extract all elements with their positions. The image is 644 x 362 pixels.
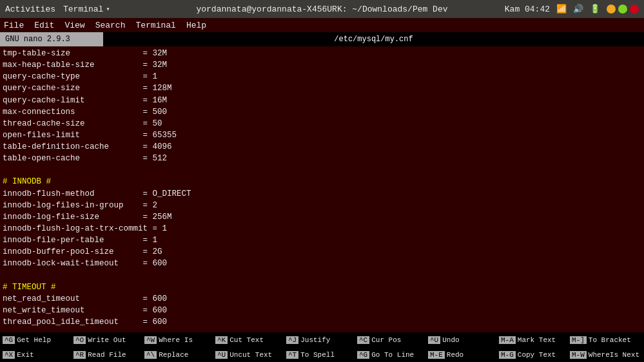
close-button[interactable] bbox=[630, 5, 639, 14]
editor-line: query-cache-type = 1 bbox=[3, 71, 641, 82]
shortcut-key: ^K bbox=[215, 336, 228, 344]
chevron-down-icon: ▾ bbox=[106, 5, 110, 13]
shortcut-label: Exit bbox=[17, 351, 34, 359]
shortcut-label: Uncut Text bbox=[229, 351, 272, 359]
nano-filepath: /etc/mysql/my.cnf bbox=[103, 35, 644, 44]
shortcut-key: M-] bbox=[570, 336, 587, 344]
editor-line: tmp-table-size = 32M bbox=[3, 48, 641, 59]
menu-view[interactable]: View bbox=[64, 21, 84, 30]
shortcut-label: Copy Text bbox=[518, 351, 556, 359]
shortcut-item[interactable]: ^WWhere Is bbox=[142, 332, 213, 347]
shortcut-label: Go To Line bbox=[371, 351, 414, 359]
editor-line: innodb-flush-method = O_DIRECT bbox=[3, 188, 641, 200]
window-controls bbox=[607, 5, 639, 14]
shortcut-label: Replace bbox=[159, 351, 188, 359]
shortcut-key: ^T bbox=[286, 351, 298, 359]
top-bar: Activities Terminal ▾ yordannata@yordann… bbox=[0, 0, 644, 18]
editor-line: innodb-file-per-table = 1 bbox=[3, 234, 641, 246]
editor-line: # TIMEOUT # bbox=[3, 281, 641, 293]
menu-help[interactable]: Help bbox=[186, 21, 206, 30]
window-title: yordannata@yordannata-X456URK: ~/Downloa… bbox=[196, 5, 447, 14]
shortcut-key: ^\ bbox=[144, 351, 157, 359]
nano-version: GNU nano 2.9.3 bbox=[0, 32, 103, 46]
editor-line: thread-cache-size = 50 bbox=[3, 118, 641, 129]
shortcut-label: WhereIs Next bbox=[589, 351, 639, 359]
shortcut-item[interactable]: ^\Replace bbox=[142, 347, 213, 362]
editor-line bbox=[3, 328, 641, 332]
shortcut-item[interactable]: M-]To Bracket bbox=[567, 332, 638, 347]
shortcut-item[interactable]: M-WWhereIs Next bbox=[567, 347, 642, 362]
shortcut-key: ^W bbox=[144, 336, 157, 344]
volume-icon: 🔊 bbox=[573, 4, 583, 14]
shortcut-label: Get Help bbox=[17, 336, 51, 344]
shortcut-item[interactable]: ^XExit bbox=[0, 347, 71, 362]
menu-search[interactable]: Search bbox=[95, 21, 126, 30]
shortcut-item[interactable]: ^UUndo bbox=[425, 332, 496, 347]
shortcut-key: M-W bbox=[570, 351, 587, 359]
editor-line: max-heap-table-size = 32M bbox=[3, 59, 641, 71]
menu-file[interactable]: File bbox=[4, 21, 24, 30]
shortcut-key: ^G bbox=[357, 351, 369, 359]
minimize-button[interactable] bbox=[607, 5, 616, 14]
shortcut-label: Undo bbox=[442, 336, 459, 344]
shortcut-label: Justify bbox=[300, 336, 330, 344]
editor-line: thread_pool_idle_timeout = 600 bbox=[3, 316, 641, 328]
shortcut-item[interactable]: ^GGet Help bbox=[0, 332, 71, 347]
shortcut-item[interactable]: M-AMark Text bbox=[496, 332, 567, 347]
shortcut-item[interactable]: ^CCur Pos bbox=[355, 332, 425, 347]
editor-line: net_read_timeout = 600 bbox=[3, 293, 641, 305]
shortcut-key: ^C bbox=[357, 336, 369, 344]
top-bar-right: Kam 04:42 📶 🔊 🔋 bbox=[505, 4, 639, 14]
editor-line: innodb-log-files-in-group = 2 bbox=[3, 200, 641, 211]
shortcut-item[interactable]: M-ERedo bbox=[425, 347, 496, 362]
editor-line: innodb-log-file-size = 256M bbox=[3, 211, 641, 223]
shortcut-key: M-E bbox=[428, 351, 445, 359]
editor-line: max-connections = 500 bbox=[3, 106, 641, 118]
shortcut-label: To Bracket bbox=[589, 336, 631, 344]
shortcut-key: ^U bbox=[428, 336, 440, 344]
shortcut-key: M-A bbox=[499, 336, 516, 344]
shortcut-key: M-G bbox=[499, 351, 516, 359]
shortcut-key: ^O bbox=[73, 336, 86, 344]
menu-terminal[interactable]: Terminal bbox=[135, 21, 175, 30]
top-bar-left: Activities Terminal ▾ bbox=[5, 5, 110, 14]
shortcut-item[interactable]: ^KCut Text bbox=[213, 332, 284, 347]
terminal-menu[interactable]: Terminal ▾ bbox=[63, 5, 110, 14]
shortcut-item[interactable]: ^RRead File bbox=[71, 347, 142, 362]
battery-icon: 🔋 bbox=[590, 4, 600, 14]
editor-line: innodb-flush-log-at-trx-commit = 1 bbox=[3, 223, 641, 234]
shortcut-label: Redo bbox=[447, 351, 463, 359]
shortcut-key: ^J bbox=[286, 336, 298, 344]
shortcut-key: ^X bbox=[3, 351, 15, 359]
shortcut-label: Write Out bbox=[88, 336, 126, 344]
editor-line: query-cache-limit = 16M bbox=[3, 95, 641, 106]
shortcut-label: Where Is bbox=[159, 336, 193, 344]
activities-button[interactable]: Activities bbox=[5, 5, 55, 14]
shortcut-label: To Spell bbox=[300, 351, 335, 359]
shortcut-label: Read File bbox=[88, 351, 126, 359]
menu-edit[interactable]: Edit bbox=[34, 21, 54, 30]
editor-line: table-open-cache = 512 bbox=[3, 153, 641, 164]
maximize-button[interactable] bbox=[618, 5, 627, 14]
shortcut-label: Cut Text bbox=[229, 336, 264, 344]
shortcut-label: Mark Text bbox=[518, 336, 556, 344]
editor-line: innodb-lock-wait-timeout = 600 bbox=[3, 258, 641, 269]
shortcut-item[interactable]: M-GCopy Text bbox=[496, 347, 567, 362]
editor-area[interactable]: tmp-table-size = 32Mmax-heap-table-size … bbox=[0, 46, 644, 332]
editor-line: # INNODB # bbox=[3, 176, 641, 187]
editor-line: query-cache-size = 128M bbox=[3, 82, 641, 94]
shortcut-item[interactable]: ^GGo To Line bbox=[355, 347, 425, 362]
shortcut-item[interactable]: ^JJustify bbox=[284, 332, 355, 347]
shortcut-item[interactable]: ^TTo Spell bbox=[284, 347, 355, 362]
nano-header: GNU nano 2.9.3 /etc/mysql/my.cnf bbox=[0, 32, 644, 46]
menu-bar: File Edit View Search Terminal Help bbox=[0, 18, 644, 32]
status-bar: ^GGet Help^OWrite Out^WWhere Is^KCut Tex… bbox=[0, 332, 644, 362]
shortcut-row-row1: ^GGet Help^OWrite Out^WWhere Is^KCut Tex… bbox=[0, 332, 644, 347]
editor-line bbox=[3, 164, 641, 176]
shortcut-label: Cur Pos bbox=[371, 336, 401, 344]
shortcut-key: ^G bbox=[3, 336, 15, 344]
editor-line: open-files-limit = 65355 bbox=[3, 129, 641, 141]
time-display: Kam 04:42 bbox=[505, 5, 550, 14]
shortcut-item[interactable]: ^UUncut Text bbox=[213, 347, 284, 362]
shortcut-item[interactable]: ^OWrite Out bbox=[71, 332, 142, 347]
